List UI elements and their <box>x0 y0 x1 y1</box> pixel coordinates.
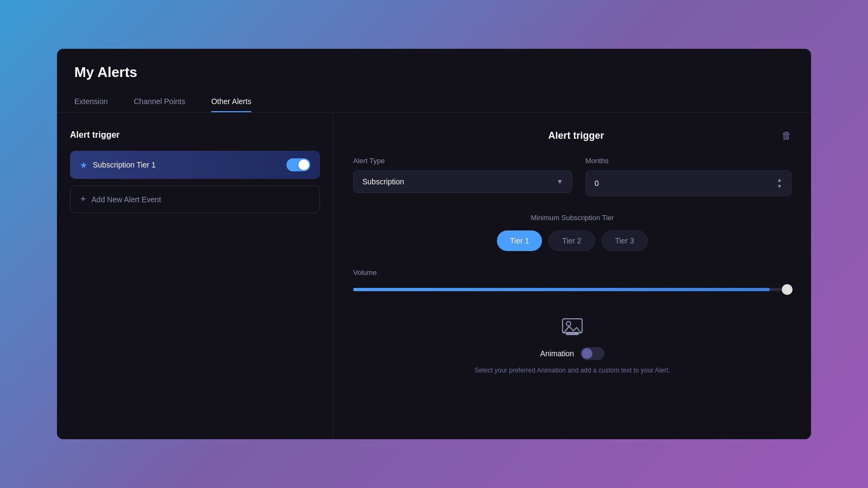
delete-trigger-button[interactable]: 🗑 <box>782 130 792 142</box>
left-panel-title: Alert trigger <box>70 130 320 140</box>
months-input[interactable]: 0 ▲ ▼ <box>585 170 792 196</box>
tab-other-alerts[interactable]: Other Alerts <box>211 92 251 112</box>
volume-section: Volume <box>353 268 792 295</box>
left-panel: Alert trigger ★ Subscription Tier 1 + Ad… <box>57 113 334 439</box>
animation-row: Animation <box>540 347 604 360</box>
volume-track <box>353 288 792 291</box>
volume-slider-container <box>353 284 792 295</box>
alert-type-label: Alert Type <box>353 157 572 165</box>
tab-bar: Extension Channel Points Other Alerts <box>74 92 794 112</box>
right-panel-title: Alert trigger <box>371 130 782 142</box>
alert-type-select[interactable]: Subscription ▼ <box>353 170 572 193</box>
svg-point-1 <box>566 322 571 326</box>
alert-type-value: Subscription <box>362 177 404 186</box>
animation-label: Animation <box>540 349 574 358</box>
toggle-knob <box>298 159 309 170</box>
tier-buttons: Tier 1 Tier 2 Tier 3 <box>497 230 648 251</box>
star-icon: ★ <box>80 160 87 170</box>
toggle-off-knob <box>582 348 592 359</box>
add-alert-event-button[interactable]: + Add New Alert Event <box>70 185 320 213</box>
tier-3-button[interactable]: Tier 3 <box>602 230 648 251</box>
tier-section: Minimum Subscription Tier Tier 1 Tier 2 … <box>353 214 792 251</box>
tier-2-button[interactable]: Tier 2 <box>548 230 595 251</box>
animation-section: Animation Select your preferred Animatio… <box>353 317 792 374</box>
months-value: 0 <box>595 179 599 188</box>
right-panel-header: Alert trigger 🗑 <box>353 130 792 142</box>
alert-toggle[interactable] <box>286 158 310 171</box>
page-title: My Alerts <box>74 64 794 81</box>
alert-item-sub-tier-1[interactable]: ★ Subscription Tier 1 <box>70 151 320 179</box>
alert-type-group: Alert Type Subscription ▼ <box>353 157 572 196</box>
right-panel: Alert trigger 🗑 Alert Type Subscription … <box>334 113 811 439</box>
animation-toggle[interactable] <box>580 347 604 360</box>
arrow-down-icon[interactable]: ▼ <box>777 184 782 189</box>
form-row-type-months: Alert Type Subscription ▼ Months 0 ▲ ▼ <box>353 157 792 196</box>
main-content: Alert trigger ★ Subscription Tier 1 + Ad… <box>57 113 811 439</box>
tier-section-label: Minimum Subscription Tier <box>531 214 614 222</box>
tab-channel-points[interactable]: Channel Points <box>133 92 185 112</box>
arrow-up-icon[interactable]: ▲ <box>777 177 782 183</box>
header: My Alerts Extension Channel Points Other… <box>57 49 811 113</box>
number-arrows: ▲ ▼ <box>777 177 782 189</box>
plus-icon: + <box>80 194 86 205</box>
tab-extension[interactable]: Extension <box>74 92 107 112</box>
alert-item-left: ★ Subscription Tier 1 <box>80 160 156 170</box>
volume-fill <box>353 288 770 291</box>
volume-label: Volume <box>353 268 792 277</box>
app-window: My Alerts Extension Channel Points Other… <box>57 49 811 439</box>
animation-description: Select your preferred Animation and add … <box>475 367 670 374</box>
months-label: Months <box>585 157 792 165</box>
months-group: Months 0 ▲ ▼ <box>585 157 792 196</box>
animation-image-icon <box>561 317 583 341</box>
add-event-label: Add New Alert Event <box>92 195 161 204</box>
dropdown-arrow-icon: ▼ <box>557 178 563 185</box>
svg-rect-2 <box>566 332 579 335</box>
volume-thumb[interactable] <box>782 284 793 295</box>
tier-1-button[interactable]: Tier 1 <box>497 230 542 251</box>
alert-item-label: Subscription Tier 1 <box>93 160 156 169</box>
